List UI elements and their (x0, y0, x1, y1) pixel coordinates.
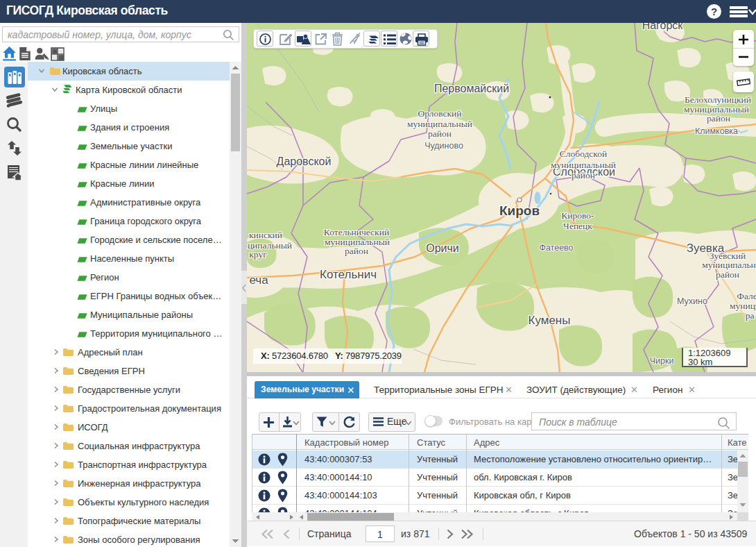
svg-text:Чудиново: Чудиново (424, 141, 463, 151)
svg-text:Кирово-: Кирово- (561, 210, 594, 221)
svg-text:Оричи: Оричи (426, 242, 459, 254)
svg-text:Котельнический: Котельнический (324, 227, 389, 237)
svg-text:еча: еча (249, 274, 268, 287)
svg-text:Фатеево: Фатеево (539, 243, 573, 253)
svg-text:Даровской: Даровской (277, 155, 332, 167)
svg-text:ра: ра (746, 310, 755, 321)
svg-text:муниципальн: муниципальн (702, 260, 756, 270)
svg-text:Слободской: Слободской (560, 149, 607, 159)
svg-text:Белохолуницкий: Белохолуницкий (685, 94, 751, 105)
svg-text:район: район (716, 269, 739, 280)
svg-text:Орловский: Орловский (418, 108, 461, 119)
svg-text:Киров: Киров (499, 203, 540, 218)
svg-text:Фале: Фале (737, 291, 756, 301)
svg-text:кинский: кинский (249, 230, 282, 240)
svg-text:район: район (707, 113, 730, 124)
svg-text:Чирки: Чирки (650, 356, 674, 366)
svg-text:Первомайский: Первомайский (434, 83, 509, 94)
svg-text:муници: муници (730, 301, 756, 311)
svg-text:район: район (428, 128, 452, 139)
svg-text:муниципальный: муниципальный (407, 119, 472, 129)
svg-text:район: район (345, 246, 368, 256)
svg-text:Кумены: Кумены (529, 314, 571, 327)
svg-text:круг: круг (249, 249, 267, 260)
svg-text:район: район (572, 170, 595, 180)
svg-text:муниципальный: муниципальный (551, 160, 616, 170)
svg-text:Чепецк: Чепецк (563, 221, 592, 231)
svg-text:Климковка: Климковка (695, 126, 738, 136)
svg-text:Котельнич: Котельнич (320, 268, 377, 281)
svg-text:Нагорск: Нагорск (642, 23, 684, 31)
svg-text:Мухино: Мухино (677, 296, 707, 306)
